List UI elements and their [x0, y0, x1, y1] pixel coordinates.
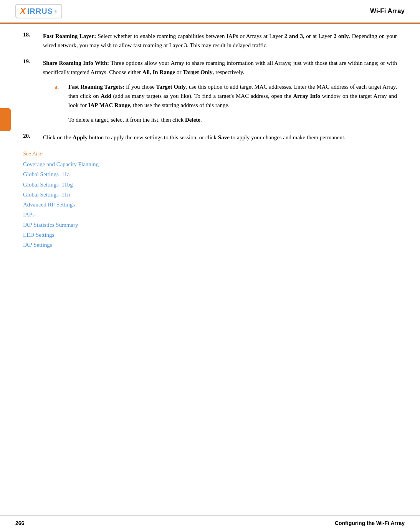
sub-item-a: a. Fast Roaming Targets: If you chose Ta…: [55, 82, 397, 110]
see-also-link[interactable]: Coverage and Capacity Planning: [23, 159, 397, 169]
sub-a-text5: , then use the starting address of this …: [130, 102, 230, 108]
item-20-bold-apply: Apply: [73, 134, 88, 140]
see-also-link[interactable]: IAPs: [23, 210, 397, 220]
item-18-bold1: 2 and 3: [284, 33, 303, 39]
item-19-label: Share Roaming Info With:: [43, 60, 109, 66]
item-19-or: or: [175, 69, 183, 75]
item-content-18: Fast Roaming Layer: Select whether to en…: [43, 31, 397, 50]
item-19-bold-all: All: [142, 69, 150, 75]
sub-a-bold-array-info: Array Info: [293, 93, 320, 99]
list-item-18: 18. Fast Roaming Layer: Select whether t…: [23, 31, 397, 50]
logo-box: X IRRUS ®: [15, 4, 62, 18]
item-number-20: 20.: [23, 133, 43, 142]
item-content-20: Click on the Apply button to apply the n…: [43, 133, 397, 142]
item-18-label: Fast Roaming Layer:: [43, 33, 96, 39]
item-number-19: 19.: [23, 58, 43, 124]
orange-tab-decoration: [0, 108, 11, 131]
main-content: 18. Fast Roaming Layer: Select whether t…: [0, 24, 420, 258]
sub-a-text3: (add as many targets as you like). To fi…: [111, 93, 293, 99]
item-20-text3: to apply your changes and make them perm…: [230, 134, 346, 140]
sub-label-a: a.: [55, 82, 68, 110]
list-item-19: 19. Share Roaming Info With: Three optio…: [23, 58, 397, 124]
see-also-link[interactable]: Global Settings .11bg: [23, 180, 397, 190]
see-also-links: Coverage and Capacity PlanningGlobal Set…: [23, 159, 397, 250]
delete-note: To delete a target, select it from the l…: [68, 115, 397, 124]
item-content-19: Share Roaming Info With: Three options a…: [43, 58, 397, 124]
delete-period: .: [200, 117, 202, 123]
list-item-20: 20. Click on the Apply button to apply t…: [23, 133, 397, 142]
footer-text: Configuring the Wi-Fi Array: [335, 520, 405, 526]
see-also-title: See Also: [23, 150, 397, 157]
sub-a-bold-target-only: Target Only: [156, 84, 186, 90]
see-also-section: See Also Coverage and Capacity PlanningG…: [23, 150, 397, 250]
header-title: Wi-Fi Array: [370, 7, 405, 15]
see-also-link[interactable]: IAP Settings: [23, 240, 397, 250]
sub-a-bold-iap-mac: IAP MAC Range: [88, 102, 130, 108]
item-19-end: , respectively.: [213, 69, 245, 75]
logo-irrus-text: IRRUS: [27, 7, 53, 16]
item-number-18: 18.: [23, 31, 43, 50]
page-footer: 266 Configuring the Wi-Fi Array: [0, 515, 420, 530]
see-also-link[interactable]: Global Settings .11a: [23, 169, 397, 179]
logo-x-letter: X: [20, 6, 26, 16]
see-also-link[interactable]: IAP Statistics Summary: [23, 220, 397, 230]
item-20-text2: button to apply the new settings to this…: [88, 134, 218, 140]
item-20-text1: Click on the: [43, 134, 73, 140]
page-header: X IRRUS ® Wi-Fi Array: [0, 0, 420, 23]
delete-bold: Delete: [185, 117, 200, 123]
delete-note-text: To delete a target, select it from the l…: [68, 117, 185, 123]
logo-area: X IRRUS ®: [15, 4, 62, 18]
item-18-bold2: 2 only: [334, 33, 349, 39]
sub-a-bold-add: Add: [101, 93, 111, 99]
footer-page-number: 266: [15, 520, 24, 526]
sub-a-text1: If you chose: [124, 84, 156, 90]
item-18-text1: Select whether to enable roaming capabil…: [96, 33, 284, 39]
item-18-between: , or at Layer: [303, 33, 334, 39]
see-also-link[interactable]: LED Settings: [23, 230, 397, 240]
see-also-link[interactable]: Global Settings .11n: [23, 190, 397, 200]
logo-registered: ®: [55, 9, 58, 13]
item-19-bold-inrange: In Range: [152, 69, 175, 75]
sub-content-a: Fast Roaming Targets: If you chose Targe…: [68, 82, 397, 110]
item-20-bold-save: Save: [218, 134, 230, 140]
sub-a-bold-label: Fast Roaming Targets:: [68, 84, 124, 90]
item-19-bold-target: Target Only: [183, 69, 212, 75]
see-also-link[interactable]: Advanced RF Settings: [23, 200, 397, 210]
